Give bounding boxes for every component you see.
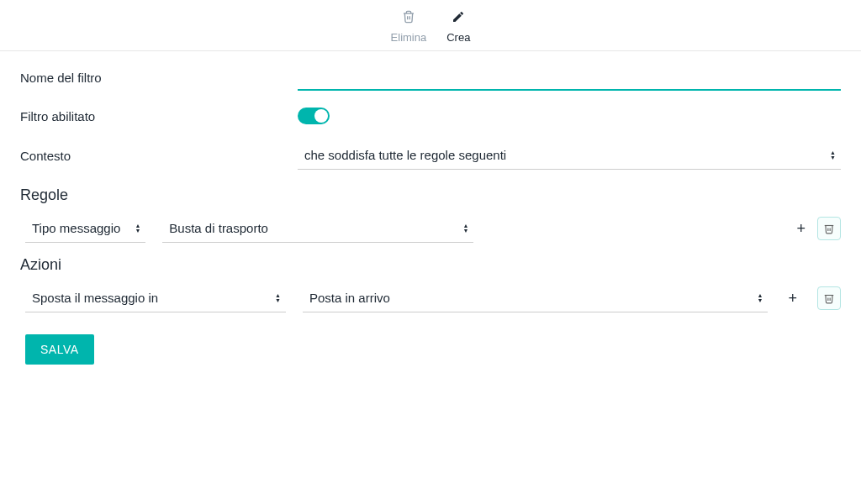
- action-target-value: Posta in arrivo: [303, 284, 768, 312]
- actions-heading: Azioni: [20, 256, 841, 274]
- filter-name-input[interactable]: [298, 65, 841, 91]
- action-type-value: Sposta il messaggio in: [25, 284, 286, 312]
- create-label: Crea: [446, 31, 470, 44]
- rule-row: Tipo messaggio Busta di trasporto +: [20, 214, 841, 243]
- delete-action-button[interactable]: [817, 286, 841, 310]
- filter-enabled-label: Filtro abilitato: [20, 109, 298, 123]
- delete-rule-button[interactable]: [817, 217, 841, 240]
- trash-icon: [823, 292, 835, 304]
- rule-value-select[interactable]: Busta di trasporto: [162, 214, 473, 243]
- pencil-icon: [452, 10, 465, 28]
- delete-label: Elimina: [391, 31, 427, 44]
- rule-field-select[interactable]: Tipo messaggio: [25, 214, 145, 243]
- context-label: Contesto: [20, 149, 298, 163]
- filter-enabled-toggle[interactable]: [298, 108, 330, 124]
- add-rule-button[interactable]: +: [793, 219, 809, 238]
- save-button[interactable]: SALVA: [25, 334, 94, 365]
- add-action-button[interactable]: +: [784, 289, 800, 307]
- rule-field-value: Tipo messaggio: [25, 214, 145, 242]
- action-row: Sposta il messaggio in Posta in arrivo +: [20, 284, 841, 312]
- action-target-select[interactable]: Posta in arrivo: [303, 284, 768, 312]
- delete-action: Elimina: [391, 10, 427, 44]
- action-type-select[interactable]: Sposta il messaggio in: [25, 284, 286, 312]
- create-action[interactable]: Crea: [446, 10, 470, 44]
- filter-name-label: Nome del filtro: [20, 71, 298, 85]
- context-select[interactable]: che soddisfa tutte le regole seguenti: [298, 141, 841, 170]
- trash-icon: [823, 223, 835, 234]
- rules-heading: Regole: [20, 186, 841, 204]
- context-value: che soddisfa tutte le regole seguenti: [298, 141, 841, 169]
- trash-icon: [402, 10, 415, 28]
- rule-value: Busta di trasporto: [162, 214, 473, 242]
